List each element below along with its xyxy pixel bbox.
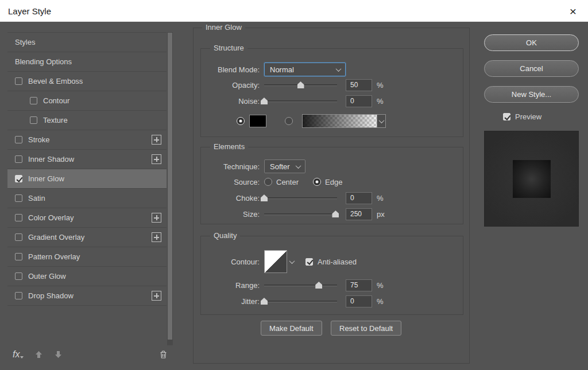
delete-effect-icon[interactable] xyxy=(159,350,168,359)
gradient-fill-radio[interactable] xyxy=(285,117,293,125)
effect-checkbox-checked[interactable] xyxy=(15,175,22,182)
sidebar-item-label: Blending Options xyxy=(15,57,72,66)
preview-shape xyxy=(513,160,551,198)
contour-thumbnail[interactable] xyxy=(264,250,287,273)
effect-checkbox-unchecked[interactable] xyxy=(15,253,22,260)
source-edge-label: Edge xyxy=(325,178,342,186)
fill-type-row xyxy=(201,114,458,128)
effect-checkbox-unchecked[interactable] xyxy=(15,77,22,85)
effect-checkbox-unchecked[interactable] xyxy=(30,97,37,104)
contour-picker-arrow[interactable] xyxy=(287,250,296,273)
choke-input[interactable] xyxy=(346,192,372,204)
sidebar-item-label: Bevel & Emboss xyxy=(28,77,83,85)
range-label: Range: xyxy=(201,281,260,290)
technique-label: Technique: xyxy=(201,162,260,171)
color-fill-radio[interactable] xyxy=(237,117,245,125)
contour-row: Contour: Anti-aliased xyxy=(201,250,458,274)
slider-track xyxy=(264,213,337,215)
range-input[interactable] xyxy=(346,279,372,291)
sidebar-item-color-overlay[interactable]: Color Overlay xyxy=(7,208,167,228)
jitter-input[interactable] xyxy=(346,295,372,307)
reset-to-default-button[interactable]: Reset to Default xyxy=(331,321,401,336)
gradient-preview[interactable] xyxy=(302,114,386,128)
sidebar-item-inner-shadow[interactable]: Inner Shadow xyxy=(7,150,167,169)
add-effect-instance-plus-icon[interactable] xyxy=(152,154,161,164)
elements-group: Elements Technique: Softer Source: Cente… xyxy=(200,147,463,224)
add-effect-instance-plus-icon[interactable] xyxy=(152,135,161,145)
effect-checkbox-unchecked[interactable] xyxy=(15,233,22,241)
slider-thumb[interactable] xyxy=(261,298,268,305)
opacity-slider[interactable] xyxy=(264,81,337,89)
sidebar-scrollbar[interactable] xyxy=(167,32,173,345)
size-row: Size: px xyxy=(201,207,458,221)
contour-label: Contour: xyxy=(201,258,260,266)
size-slider[interactable] xyxy=(264,210,337,218)
move-effect-down-icon[interactable] xyxy=(55,350,62,359)
effect-checkbox-unchecked[interactable] xyxy=(15,136,22,143)
effect-checkbox-unchecked[interactable] xyxy=(15,194,22,202)
sidebar-item-inner-glow[interactable]: Inner Glow xyxy=(7,169,167,189)
sidebar-item-texture[interactable]: Texture xyxy=(7,111,167,130)
source-center-radio[interactable] xyxy=(264,178,272,186)
sidebar-item-blending-options[interactable]: Blending Options xyxy=(7,52,167,72)
fx-menu-button[interactable]: fx xyxy=(13,349,23,360)
ok-button[interactable]: OK xyxy=(484,34,579,51)
source-edge-radio[interactable] xyxy=(313,178,321,186)
slider-thumb[interactable] xyxy=(261,98,268,104)
cancel-button[interactable]: Cancel xyxy=(484,60,579,77)
size-unit: px xyxy=(377,210,385,219)
slider-track xyxy=(264,197,337,198)
add-effect-instance-plus-icon[interactable] xyxy=(152,291,161,301)
antialiased-checkbox[interactable] xyxy=(305,258,313,266)
source-center-label: Center xyxy=(276,178,299,186)
make-default-button[interactable]: Make Default xyxy=(261,321,322,336)
effect-checkbox-unchecked[interactable] xyxy=(15,272,22,280)
scrollbar-thumb[interactable] xyxy=(168,33,172,340)
add-effect-instance-plus-icon[interactable] xyxy=(152,213,161,223)
slider-thumb[interactable] xyxy=(332,211,339,217)
sidebar-item-satin[interactable]: Satin xyxy=(7,189,167,208)
technique-dropdown[interactable]: Softer xyxy=(264,159,305,173)
effect-checkbox-unchecked[interactable] xyxy=(15,292,22,299)
color-swatch[interactable] xyxy=(249,115,266,127)
move-effect-up-icon[interactable] xyxy=(35,350,42,359)
technique-value: Softer xyxy=(270,162,290,171)
sidebar-item-contour[interactable]: Contour xyxy=(7,91,167,111)
noise-input[interactable] xyxy=(346,95,372,107)
effect-checkbox-unchecked[interactable] xyxy=(15,155,22,163)
choke-slider[interactable] xyxy=(264,194,337,202)
preview-checkbox[interactable] xyxy=(503,113,510,120)
jitter-slider[interactable] xyxy=(264,297,337,305)
choke-row: Choke: % xyxy=(201,191,458,205)
slider-thumb[interactable] xyxy=(261,194,268,201)
sidebar-item-label: Satin xyxy=(28,194,45,202)
range-slider[interactable] xyxy=(264,281,337,289)
close-icon[interactable]: × xyxy=(565,5,581,17)
noise-label: Noise: xyxy=(201,97,260,106)
sidebar-item-stroke[interactable]: Stroke xyxy=(7,130,167,150)
preview-label: Preview xyxy=(515,112,541,121)
sidebar-item-label: Color Overlay xyxy=(28,213,74,222)
size-input[interactable] xyxy=(346,208,372,220)
blend-mode-label: Blend Mode: xyxy=(201,65,260,74)
opacity-input[interactable] xyxy=(346,79,372,91)
effect-checkbox-unchecked[interactable] xyxy=(15,214,22,221)
blend-mode-dropdown[interactable]: Normal xyxy=(264,63,346,76)
inner-glow-panel: Inner Glow Structure Blend Mode: Normal … xyxy=(193,28,470,364)
gradient-picker-arrow[interactable] xyxy=(377,115,385,127)
add-effect-instance-plus-icon[interactable] xyxy=(152,232,161,242)
sidebar-item-styles[interactable]: Styles xyxy=(7,33,167,52)
slider-thumb[interactable] xyxy=(315,282,322,289)
sidebar-item-gradient-overlay[interactable]: Gradient Overlay xyxy=(7,228,167,247)
effect-checkbox-unchecked[interactable] xyxy=(30,116,37,124)
antialiased-label: Anti-aliased xyxy=(318,258,357,266)
noise-slider[interactable] xyxy=(264,97,337,105)
size-label: Size: xyxy=(201,210,260,219)
new-style-button[interactable]: New Style... xyxy=(484,86,579,103)
sidebar-item-bevel-emboss[interactable]: Bevel & Emboss xyxy=(7,72,167,91)
slider-thumb[interactable] xyxy=(297,81,304,88)
sidebar-item-pattern-overlay[interactable]: Pattern Overlay xyxy=(7,247,167,267)
sidebar-item-drop-shadow[interactable]: Drop Shadow xyxy=(7,286,167,306)
sidebar-item-label: Outer Glow xyxy=(28,272,66,281)
sidebar-item-outer-glow[interactable]: Outer Glow xyxy=(7,267,167,286)
